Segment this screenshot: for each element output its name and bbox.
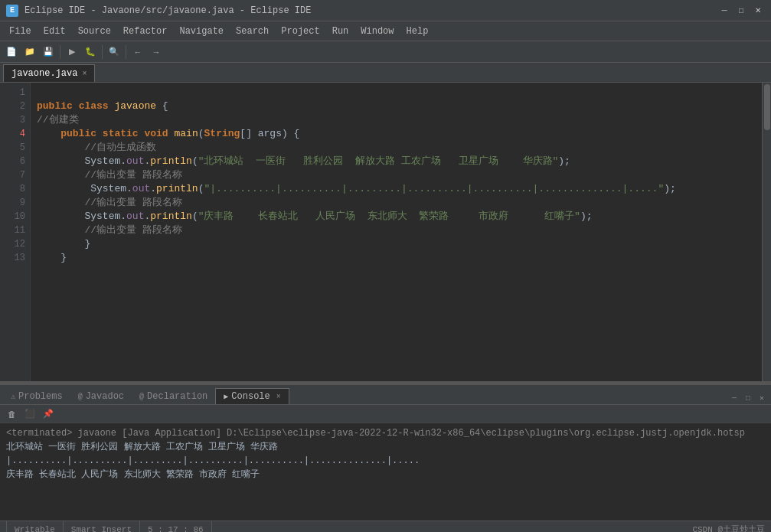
menu-item-source[interactable]: Source xyxy=(72,24,117,38)
bottom-panel: ⚠ Problems @ Javadoc @ Declaration ▶ Con… xyxy=(0,384,771,521)
line-numbers: 12345678910111213 xyxy=(0,83,31,381)
app-icon: E xyxy=(6,5,18,17)
code-line-11: //输出变量 路段名称 xyxy=(37,224,756,237)
window-title: Eclipse IDE - Javaone/src/javaone.java -… xyxy=(25,5,711,16)
menu-item-navigate[interactable]: Navigate xyxy=(173,24,230,38)
toolbar-debug[interactable]: 🐛 xyxy=(82,44,99,60)
tab-bar: javaone.java × xyxy=(0,63,771,83)
toolbar-run[interactable]: ▶ xyxy=(64,44,80,60)
line-number-9: 9 xyxy=(0,196,25,210)
menu-item-refactor[interactable]: Refactor xyxy=(117,24,174,38)
menu-item-help[interactable]: Help xyxy=(400,24,435,38)
console-stop-btn[interactable]: ⬛ xyxy=(21,406,38,423)
panel-controls: ─ □ ✕ xyxy=(728,392,768,404)
line-number-12: 12 xyxy=(0,237,25,251)
console-pin-btn[interactable]: 📌 xyxy=(40,406,57,423)
javadoc-icon: @ xyxy=(78,393,83,401)
toolbar-separator-3 xyxy=(126,45,126,59)
line-number-5: 5 xyxy=(0,141,25,155)
position-label: 5 : 17 : 86 xyxy=(148,525,204,533)
tab-declaration[interactable]: @ Declaration xyxy=(132,389,215,404)
status-writable: Writable xyxy=(6,521,64,532)
toolbar-search[interactable]: 🔍 xyxy=(106,44,123,60)
close-button[interactable]: ✕ xyxy=(751,4,765,18)
code-line-13: } xyxy=(37,251,756,265)
menu-bar: FileEditSourceRefactorNavigateSearchProj… xyxy=(0,21,771,41)
console-output-line-2: |..........|..........|.........|.......… xyxy=(6,454,765,468)
tab-javadoc-label: Javadoc xyxy=(86,391,124,402)
scroll-thumb[interactable] xyxy=(764,84,770,130)
code-line-3: //创建类 xyxy=(37,113,756,127)
line-number-7: 7 xyxy=(0,168,25,182)
status-insert-mode: Smart Insert xyxy=(64,521,140,532)
console-terminated-line: <terminated> javaone [Java Application] … xyxy=(6,426,765,440)
menu-item-project[interactable]: Project xyxy=(275,24,325,38)
line-number-13: 13 xyxy=(0,251,25,265)
line-number-6: 6 xyxy=(0,155,25,168)
toolbar-new[interactable]: 📄 xyxy=(3,44,20,60)
code-line-5: //自动生成函数 xyxy=(37,141,756,155)
line-number-4: 4 xyxy=(0,127,25,141)
tab-console-label: Console xyxy=(231,391,270,402)
panel-toolbar: 🗑 ⬛ 📌 xyxy=(0,405,771,423)
menu-item-window[interactable]: Window xyxy=(354,24,400,38)
menu-item-edit[interactable]: Edit xyxy=(38,24,72,38)
code-line-12: } xyxy=(37,237,756,251)
code-line-9: //输出变量 路段名称 xyxy=(37,196,756,210)
insert-mode-label: Smart Insert xyxy=(71,525,132,533)
toolbar-back[interactable]: ← xyxy=(129,44,146,60)
line-number-10: 10 xyxy=(0,210,25,224)
title-bar: E Eclipse IDE - Javaone/src/javaone.java… xyxy=(0,0,771,21)
code-line-2: public class javaone { xyxy=(37,100,756,113)
console-clear-btn[interactable]: 🗑 xyxy=(3,406,20,423)
console-icon: ▶ xyxy=(224,392,228,401)
tab-close-icon[interactable]: × xyxy=(82,70,87,78)
editor-tab-javaone[interactable]: javaone.java × xyxy=(3,64,95,82)
panel-maximize-btn[interactable]: □ xyxy=(742,392,754,404)
tab-javadoc[interactable]: @ Javadoc xyxy=(70,389,132,404)
console-tab-close[interactable]: × xyxy=(276,393,281,401)
code-line-7: //输出变量 路段名称 xyxy=(37,168,756,182)
panel-minimize-btn[interactable]: ─ xyxy=(728,392,740,404)
tab-problems[interactable]: ⚠ Problems xyxy=(3,389,70,404)
restore-button[interactable]: □ xyxy=(734,4,748,18)
status-brand: CSDN @土豆炒土豆 xyxy=(692,524,765,532)
toolbar-open[interactable]: 📁 xyxy=(21,44,38,60)
code-area[interactable]: public class javaone {//创建类 public stati… xyxy=(31,83,762,381)
problems-icon: ⚠ xyxy=(11,392,15,401)
code-line-6: System.out.println("北环城站 一医街 胜利公园 解放大路 工… xyxy=(37,155,756,168)
code-line-1 xyxy=(37,86,756,100)
minimize-button[interactable]: ─ xyxy=(717,4,731,18)
menu-item-run[interactable]: Run xyxy=(326,24,355,38)
code-line-10: System.out.println("庆丰路 长春站北 人民广场 东北师大 繁… xyxy=(37,210,756,224)
toolbar-forward[interactable]: → xyxy=(148,44,165,60)
window-controls: ─ □ ✕ xyxy=(717,4,765,18)
status-position: 5 : 17 : 86 xyxy=(140,521,212,532)
tab-label: javaone.java xyxy=(11,68,77,79)
toolbar-separator-1 xyxy=(60,45,60,59)
toolbar: 📄 📁 💾 ▶ 🐛 🔍 ← → xyxy=(0,41,771,63)
console-output-line-3: 庆丰路 长春站北 人民广场 东北师大 繁荣路 市政府 红嘴子 xyxy=(6,468,765,481)
brand-label: CSDN @土豆炒土豆 xyxy=(692,525,765,532)
line-number-3: 3 xyxy=(0,113,25,127)
declaration-icon: @ xyxy=(139,393,144,401)
tab-problems-label: Problems xyxy=(18,391,63,402)
panel-close-btn[interactable]: ✕ xyxy=(756,392,768,404)
status-bar: Writable Smart Insert 5 : 17 : 86 CSDN @… xyxy=(0,521,771,532)
line-number-11: 11 xyxy=(0,224,25,237)
menu-item-search[interactable]: Search xyxy=(230,24,275,38)
line-number-8: 8 xyxy=(0,182,25,196)
toolbar-save[interactable]: 💾 xyxy=(40,44,57,60)
menu-item-file[interactable]: File xyxy=(3,24,38,38)
panel-tabs: ⚠ Problems @ Javadoc @ Declaration ▶ Con… xyxy=(0,385,771,405)
line-number-1: 1 xyxy=(0,86,25,100)
writable-label: Writable xyxy=(15,525,55,533)
console-content: <terminated> javaone [Java Application] … xyxy=(0,423,771,485)
editor-scrollbar[interactable] xyxy=(762,83,771,381)
code-line-4: public static void main(String[] args) { xyxy=(37,127,756,141)
editor-container: 12345678910111213 public class javaone {… xyxy=(0,83,771,381)
tab-console[interactable]: ▶ Console × xyxy=(215,388,289,404)
tab-declaration-label: Declaration xyxy=(147,391,207,402)
toolbar-separator-2 xyxy=(102,45,103,59)
code-line-8: System.out.println("|..........|........… xyxy=(37,182,756,196)
